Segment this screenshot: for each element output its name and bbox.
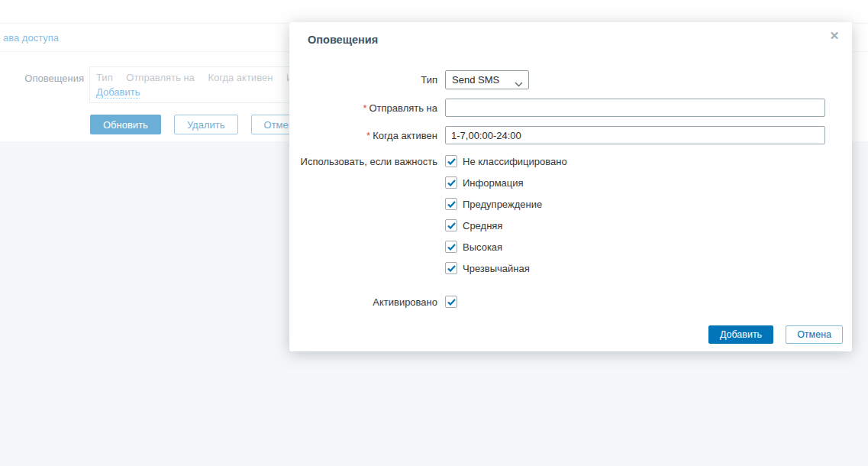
- check-icon: [447, 201, 456, 208]
- severity-option-warning: Предупреждение: [445, 198, 567, 210]
- check-icon: [447, 299, 456, 306]
- dialog-form: Тип Send SMS *Отправлять на *Когда актив…: [298, 70, 843, 317]
- media-dialog: Оповещения ✕ Тип Send SMS *Отправлять на…: [289, 22, 852, 351]
- severity-options: Не классифицировано Информация Предупреж…: [445, 155, 567, 283]
- severity-option-label: Информация: [463, 177, 524, 189]
- close-icon[interactable]: ✕: [827, 28, 842, 44]
- severity-option-not-classified: Не классифицировано: [445, 155, 567, 167]
- severity-checkbox-warning[interactable]: [445, 198, 457, 210]
- severity-checkbox-not-classified[interactable]: [445, 155, 457, 167]
- dialog-title: Оповещения: [308, 34, 378, 46]
- dialog-footer: Добавить Отмена: [708, 325, 843, 344]
- severity-option-information: Информация: [445, 176, 567, 189]
- when-active-input[interactable]: [445, 126, 825, 144]
- check-icon: [447, 158, 456, 165]
- check-icon: [447, 265, 456, 272]
- type-select[interactable]: Send SMS: [445, 70, 529, 89]
- type-select-value: Send SMS: [452, 74, 499, 86]
- severity-option-label: Высокая: [463, 241, 502, 253]
- severity-option-disaster: Чрезвычайная: [445, 262, 567, 274]
- severity-option-label: Не классифицировано: [463, 156, 567, 167]
- type-label: Тип: [298, 74, 437, 86]
- severity-option-label: Чрезвычайная: [463, 263, 530, 274]
- dialog-cancel-button[interactable]: Отмена: [786, 325, 843, 344]
- enabled-label: Активировано: [298, 296, 437, 308]
- severity-checkbox-average[interactable]: [445, 219, 457, 231]
- severity-checkbox-information[interactable]: [445, 176, 457, 189]
- send-to-label: *Отправлять на: [298, 102, 437, 114]
- add-button[interactable]: Добавить: [708, 325, 773, 344]
- type-row: Тип Send SMS: [298, 70, 843, 89]
- severity-checkbox-disaster[interactable]: [445, 262, 457, 274]
- send-to-input[interactable]: [445, 99, 825, 117]
- severity-option-label: Средняя: [463, 220, 502, 231]
- required-marker: *: [363, 102, 366, 114]
- severity-option-high: Высокая: [445, 241, 567, 253]
- severity-label: Использовать, если важность: [298, 155, 437, 167]
- severity-option-label: Предупреждение: [463, 199, 542, 210]
- check-icon: [447, 180, 456, 186]
- enabled-row: Активировано: [298, 296, 843, 308]
- severity-option-average: Средняя: [445, 219, 567, 231]
- check-icon: [447, 244, 456, 251]
- when-active-label-text: Когда активен: [373, 130, 437, 141]
- check-icon: [447, 222, 456, 229]
- chevron-down-icon: [515, 78, 523, 89]
- send-to-label-text: Отправлять на: [369, 102, 437, 114]
- send-to-row: *Отправлять на: [298, 99, 843, 117]
- severity-checkbox-high[interactable]: [445, 241, 457, 253]
- required-marker: *: [366, 130, 370, 141]
- severity-row: Использовать, если важность Не классифиц…: [298, 155, 843, 283]
- enabled-checkbox[interactable]: [445, 296, 457, 308]
- when-active-label: *Когда активен: [298, 130, 437, 141]
- when-active-row: *Когда активен: [298, 126, 843, 144]
